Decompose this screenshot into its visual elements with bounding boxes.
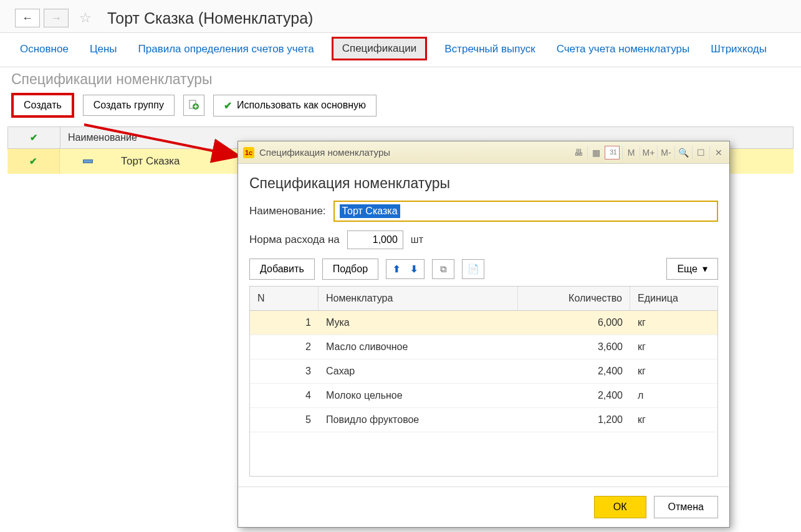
tab-barcodes[interactable]: Штрихкоды bbox=[707, 40, 770, 60]
tab-prices[interactable]: Цены bbox=[86, 40, 121, 60]
copy-item-button[interactable] bbox=[183, 95, 204, 116]
cell-nomenclature: Сахар bbox=[319, 359, 518, 383]
cell-quantity: 6,000 bbox=[518, 311, 630, 335]
move-arrows: ⬆ ⬇ bbox=[386, 259, 424, 279]
tab-counter-release[interactable]: Встречный выпуск bbox=[441, 40, 539, 60]
page-title: Торт Сказка (Номенклатура) bbox=[107, 9, 313, 27]
window-icon[interactable]: ☐ bbox=[692, 146, 707, 159]
table-row[interactable]: 1 Мука 6,000 кг bbox=[250, 311, 717, 335]
spec-dialog: 1c Спецификация номенклатуры 🖶 ▦ 31 M M+… bbox=[237, 141, 730, 528]
cell-quantity: 2,400 bbox=[518, 384, 630, 407]
calc-icon[interactable]: ▦ bbox=[587, 146, 602, 159]
dialog-heading: Спецификация номенклатуры bbox=[249, 175, 718, 192]
cell-unit: кг bbox=[630, 335, 717, 359]
print-icon[interactable]: 🖶 bbox=[570, 146, 585, 159]
col-n[interactable]: N bbox=[250, 287, 319, 310]
rate-input[interactable] bbox=[347, 230, 403, 249]
copy-rows-button[interactable]: ⧉ bbox=[432, 259, 454, 279]
close-icon[interactable]: ✕ bbox=[709, 146, 724, 159]
cell-nomenclature: Повидло фруктовое bbox=[319, 408, 518, 432]
cell-n: 5 bbox=[250, 408, 319, 432]
move-up-button[interactable]: ⬆ bbox=[389, 262, 404, 276]
cell-nomenclature: Молоко цельное bbox=[319, 384, 518, 407]
cell-n: 3 bbox=[250, 359, 319, 383]
move-down-button[interactable]: ⬇ bbox=[406, 262, 421, 276]
rate-label: Норма расхода на bbox=[249, 234, 340, 246]
dialog-title: Спецификация номенклатуры bbox=[259, 147, 565, 158]
pick-button[interactable]: Подбор bbox=[322, 259, 378, 280]
collapse-icon bbox=[83, 159, 93, 163]
table-empty-area bbox=[250, 432, 717, 476]
tab-item-accounts[interactable]: Счета учета номенклатуры bbox=[553, 40, 694, 60]
use-as-main-label: Использовать как основную bbox=[237, 100, 366, 111]
tab-main[interactable]: Основное bbox=[16, 40, 72, 60]
name-input[interactable]: Торт Сказка bbox=[333, 201, 718, 222]
section-title: Спецификации номенклатуры bbox=[0, 67, 801, 93]
table-row[interactable]: 4 Молоко цельное 2,400 л bbox=[250, 384, 717, 408]
cancel-button[interactable]: Отмена bbox=[654, 496, 718, 518]
calendar-icon[interactable]: 31 bbox=[605, 146, 620, 159]
nav-forward-button[interactable]: → bbox=[44, 9, 69, 27]
mem-m-icon[interactable]: M bbox=[622, 146, 637, 159]
create-group-button[interactable]: Создать группу bbox=[83, 95, 175, 116]
create-button[interactable]: Создать bbox=[11, 93, 74, 118]
col-quantity[interactable]: Количество bbox=[518, 287, 630, 310]
cell-unit: кг bbox=[630, 359, 717, 383]
tab-specifications[interactable]: Спецификации bbox=[332, 37, 428, 60]
add-row-button[interactable]: Добавить bbox=[249, 259, 315, 280]
cell-quantity: 3,600 bbox=[518, 335, 630, 359]
table-row[interactable]: 2 Масло сливочное 3,600 кг bbox=[250, 335, 717, 359]
cell-n: 4 bbox=[250, 384, 319, 407]
use-as-main-button[interactable]: ✔ Использовать как основную bbox=[213, 95, 377, 116]
header-check-icon: ✔ bbox=[30, 132, 38, 143]
cell-quantity: 2,400 bbox=[518, 359, 630, 383]
table-row[interactable]: 5 Повидло фруктовое 1,200 кг bbox=[250, 408, 717, 432]
tabs-row: Основное Цены Правила определения счетов… bbox=[0, 33, 801, 67]
name-label: Наименование: bbox=[249, 205, 326, 217]
cell-nomenclature: Мука bbox=[319, 311, 518, 335]
favorite-star-icon[interactable]: ☆ bbox=[76, 9, 95, 27]
more-button[interactable]: Еще ▾ bbox=[666, 258, 718, 280]
app-1c-icon: 1c bbox=[243, 147, 254, 158]
mem-mminus-icon[interactable]: M- bbox=[657, 146, 672, 159]
cell-unit: л bbox=[630, 384, 717, 407]
cell-nomenclature: Масло сливочное bbox=[319, 335, 518, 359]
cell-unit: кг bbox=[630, 311, 717, 335]
tab-account-rules[interactable]: Правила определения счетов учета bbox=[135, 40, 318, 60]
check-icon: ✔ bbox=[224, 100, 232, 112]
nav-back-button[interactable]: ← bbox=[15, 9, 40, 27]
chevron-down-icon: ▾ bbox=[703, 263, 707, 275]
more-label: Еще bbox=[677, 264, 698, 275]
cell-quantity: 1,200 bbox=[518, 408, 630, 432]
cell-unit: кг bbox=[630, 408, 717, 432]
paste-rows-button[interactable]: 📄 bbox=[462, 259, 484, 279]
row-check-icon: ✔ bbox=[29, 156, 37, 167]
dialog-titlebar[interactable]: 1c Спецификация номенклатуры 🖶 ▦ 31 M M+… bbox=[238, 141, 729, 164]
cell-n: 1 bbox=[250, 311, 319, 335]
name-input-value: Торт Сказка bbox=[340, 204, 400, 218]
ok-button[interactable]: ОК bbox=[594, 496, 646, 518]
ingredients-table: N Номенклатура Количество Единица 1 Мука… bbox=[249, 286, 718, 477]
col-unit[interactable]: Единица bbox=[630, 287, 717, 310]
doc-plus-icon bbox=[188, 99, 199, 112]
mem-mplus-icon[interactable]: M+ bbox=[640, 146, 655, 159]
cell-n: 2 bbox=[250, 335, 319, 359]
zoom-icon[interactable]: 🔍 bbox=[674, 146, 689, 159]
col-nomenclature[interactable]: Номенклатура bbox=[319, 287, 518, 310]
table-row[interactable]: 3 Сахар 2,400 кг bbox=[250, 359, 717, 384]
rate-unit: шт bbox=[411, 234, 423, 245]
